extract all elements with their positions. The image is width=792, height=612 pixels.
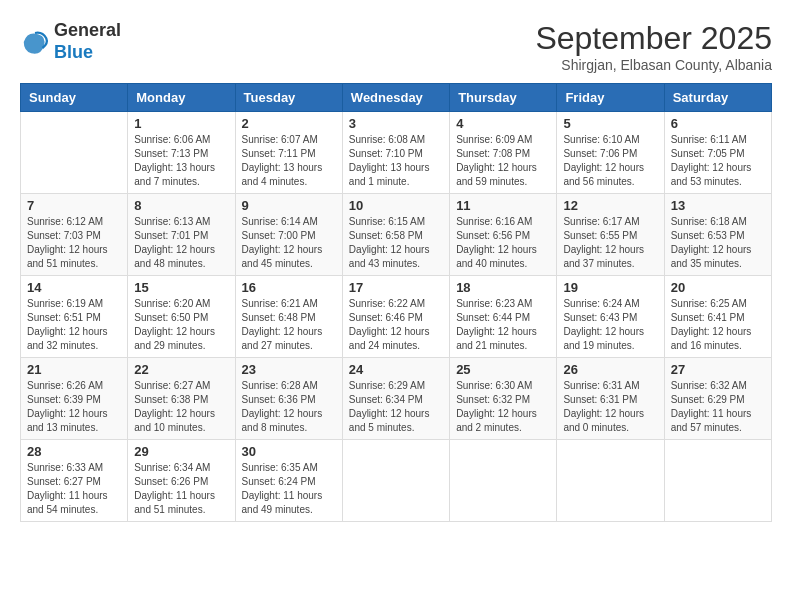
calendar-cell: 14Sunrise: 6:19 AMSunset: 6:51 PMDayligh… (21, 276, 128, 358)
day-info: Sunrise: 6:20 AMSunset: 6:50 PMDaylight:… (134, 297, 228, 353)
calendar-cell: 16Sunrise: 6:21 AMSunset: 6:48 PMDayligh… (235, 276, 342, 358)
day-number: 2 (242, 116, 336, 131)
day-number: 8 (134, 198, 228, 213)
calendar-cell (664, 440, 771, 522)
calendar-cell: 30Sunrise: 6:35 AMSunset: 6:24 PMDayligh… (235, 440, 342, 522)
calendar-cell: 6Sunrise: 6:11 AMSunset: 7:05 PMDaylight… (664, 112, 771, 194)
calendar-cell: 11Sunrise: 6:16 AMSunset: 6:56 PMDayligh… (450, 194, 557, 276)
calendar-cell: 26Sunrise: 6:31 AMSunset: 6:31 PMDayligh… (557, 358, 664, 440)
day-number: 25 (456, 362, 550, 377)
calendar-cell: 28Sunrise: 6:33 AMSunset: 6:27 PMDayligh… (21, 440, 128, 522)
calendar-cell (557, 440, 664, 522)
calendar-cell: 24Sunrise: 6:29 AMSunset: 6:34 PMDayligh… (342, 358, 449, 440)
day-number: 9 (242, 198, 336, 213)
day-info: Sunrise: 6:13 AMSunset: 7:01 PMDaylight:… (134, 215, 228, 271)
day-number: 20 (671, 280, 765, 295)
day-info: Sunrise: 6:18 AMSunset: 6:53 PMDaylight:… (671, 215, 765, 271)
calendar-cell: 1Sunrise: 6:06 AMSunset: 7:13 PMDaylight… (128, 112, 235, 194)
day-number: 7 (27, 198, 121, 213)
day-info: Sunrise: 6:32 AMSunset: 6:29 PMDaylight:… (671, 379, 765, 435)
day-header: Sunday (21, 84, 128, 112)
day-number: 14 (27, 280, 121, 295)
day-info: Sunrise: 6:23 AMSunset: 6:44 PMDaylight:… (456, 297, 550, 353)
day-info: Sunrise: 6:08 AMSunset: 7:10 PMDaylight:… (349, 133, 443, 189)
day-number: 17 (349, 280, 443, 295)
calendar-cell: 17Sunrise: 6:22 AMSunset: 6:46 PMDayligh… (342, 276, 449, 358)
day-number: 26 (563, 362, 657, 377)
day-info: Sunrise: 6:22 AMSunset: 6:46 PMDaylight:… (349, 297, 443, 353)
day-header: Friday (557, 84, 664, 112)
day-header: Tuesday (235, 84, 342, 112)
calendar-cell: 8Sunrise: 6:13 AMSunset: 7:01 PMDaylight… (128, 194, 235, 276)
day-info: Sunrise: 6:30 AMSunset: 6:32 PMDaylight:… (456, 379, 550, 435)
calendar-cell (450, 440, 557, 522)
calendar-cell: 29Sunrise: 6:34 AMSunset: 6:26 PMDayligh… (128, 440, 235, 522)
location-subtitle: Shirgjan, Elbasan County, Albania (535, 57, 772, 73)
calendar-cell: 12Sunrise: 6:17 AMSunset: 6:55 PMDayligh… (557, 194, 664, 276)
month-title: September 2025 (535, 20, 772, 57)
calendar-cell: 22Sunrise: 6:27 AMSunset: 6:38 PMDayligh… (128, 358, 235, 440)
day-info: Sunrise: 6:26 AMSunset: 6:39 PMDaylight:… (27, 379, 121, 435)
calendar-cell: 7Sunrise: 6:12 AMSunset: 7:03 PMDaylight… (21, 194, 128, 276)
day-number: 28 (27, 444, 121, 459)
calendar-cell: 23Sunrise: 6:28 AMSunset: 6:36 PMDayligh… (235, 358, 342, 440)
calendar-cell: 27Sunrise: 6:32 AMSunset: 6:29 PMDayligh… (664, 358, 771, 440)
calendar-cell: 9Sunrise: 6:14 AMSunset: 7:00 PMDaylight… (235, 194, 342, 276)
calendar-cell: 19Sunrise: 6:24 AMSunset: 6:43 PMDayligh… (557, 276, 664, 358)
day-number: 29 (134, 444, 228, 459)
calendar-cell: 25Sunrise: 6:30 AMSunset: 6:32 PMDayligh… (450, 358, 557, 440)
calendar-cell: 13Sunrise: 6:18 AMSunset: 6:53 PMDayligh… (664, 194, 771, 276)
day-number: 21 (27, 362, 121, 377)
day-number: 23 (242, 362, 336, 377)
day-number: 27 (671, 362, 765, 377)
calendar-cell: 15Sunrise: 6:20 AMSunset: 6:50 PMDayligh… (128, 276, 235, 358)
day-info: Sunrise: 6:12 AMSunset: 7:03 PMDaylight:… (27, 215, 121, 271)
day-info: Sunrise: 6:34 AMSunset: 6:26 PMDaylight:… (134, 461, 228, 517)
day-info: Sunrise: 6:16 AMSunset: 6:56 PMDaylight:… (456, 215, 550, 271)
day-number: 24 (349, 362, 443, 377)
calendar-cell: 3Sunrise: 6:08 AMSunset: 7:10 PMDaylight… (342, 112, 449, 194)
day-number: 16 (242, 280, 336, 295)
day-info: Sunrise: 6:21 AMSunset: 6:48 PMDaylight:… (242, 297, 336, 353)
day-info: Sunrise: 6:15 AMSunset: 6:58 PMDaylight:… (349, 215, 443, 271)
calendar-week-row: 7Sunrise: 6:12 AMSunset: 7:03 PMDaylight… (21, 194, 772, 276)
calendar-cell: 20Sunrise: 6:25 AMSunset: 6:41 PMDayligh… (664, 276, 771, 358)
day-number: 19 (563, 280, 657, 295)
day-number: 3 (349, 116, 443, 131)
day-number: 1 (134, 116, 228, 131)
day-header: Monday (128, 84, 235, 112)
day-info: Sunrise: 6:28 AMSunset: 6:36 PMDaylight:… (242, 379, 336, 435)
calendar-cell (21, 112, 128, 194)
day-number: 13 (671, 198, 765, 213)
day-header: Thursday (450, 84, 557, 112)
day-info: Sunrise: 6:19 AMSunset: 6:51 PMDaylight:… (27, 297, 121, 353)
calendar-header-row: SundayMondayTuesdayWednesdayThursdayFrid… (21, 84, 772, 112)
day-number: 15 (134, 280, 228, 295)
day-number: 4 (456, 116, 550, 131)
day-number: 11 (456, 198, 550, 213)
logo-text: General Blue (54, 20, 121, 63)
page-header: General Blue September 2025 Shirgjan, El… (20, 20, 772, 73)
day-header: Wednesday (342, 84, 449, 112)
calendar-cell: 18Sunrise: 6:23 AMSunset: 6:44 PMDayligh… (450, 276, 557, 358)
day-info: Sunrise: 6:11 AMSunset: 7:05 PMDaylight:… (671, 133, 765, 189)
day-info: Sunrise: 6:24 AMSunset: 6:43 PMDaylight:… (563, 297, 657, 353)
calendar-cell: 5Sunrise: 6:10 AMSunset: 7:06 PMDaylight… (557, 112, 664, 194)
day-number: 5 (563, 116, 657, 131)
day-info: Sunrise: 6:17 AMSunset: 6:55 PMDaylight:… (563, 215, 657, 271)
day-info: Sunrise: 6:31 AMSunset: 6:31 PMDaylight:… (563, 379, 657, 435)
calendar-cell: 10Sunrise: 6:15 AMSunset: 6:58 PMDayligh… (342, 194, 449, 276)
day-info: Sunrise: 6:33 AMSunset: 6:27 PMDaylight:… (27, 461, 121, 517)
day-number: 18 (456, 280, 550, 295)
day-info: Sunrise: 6:09 AMSunset: 7:08 PMDaylight:… (456, 133, 550, 189)
calendar-cell (342, 440, 449, 522)
day-number: 6 (671, 116, 765, 131)
calendar-week-row: 28Sunrise: 6:33 AMSunset: 6:27 PMDayligh… (21, 440, 772, 522)
day-number: 30 (242, 444, 336, 459)
calendar-table: SundayMondayTuesdayWednesdayThursdayFrid… (20, 83, 772, 522)
day-info: Sunrise: 6:10 AMSunset: 7:06 PMDaylight:… (563, 133, 657, 189)
calendar-week-row: 1Sunrise: 6:06 AMSunset: 7:13 PMDaylight… (21, 112, 772, 194)
day-info: Sunrise: 6:27 AMSunset: 6:38 PMDaylight:… (134, 379, 228, 435)
calendar-cell: 4Sunrise: 6:09 AMSunset: 7:08 PMDaylight… (450, 112, 557, 194)
logo: General Blue (20, 20, 121, 63)
